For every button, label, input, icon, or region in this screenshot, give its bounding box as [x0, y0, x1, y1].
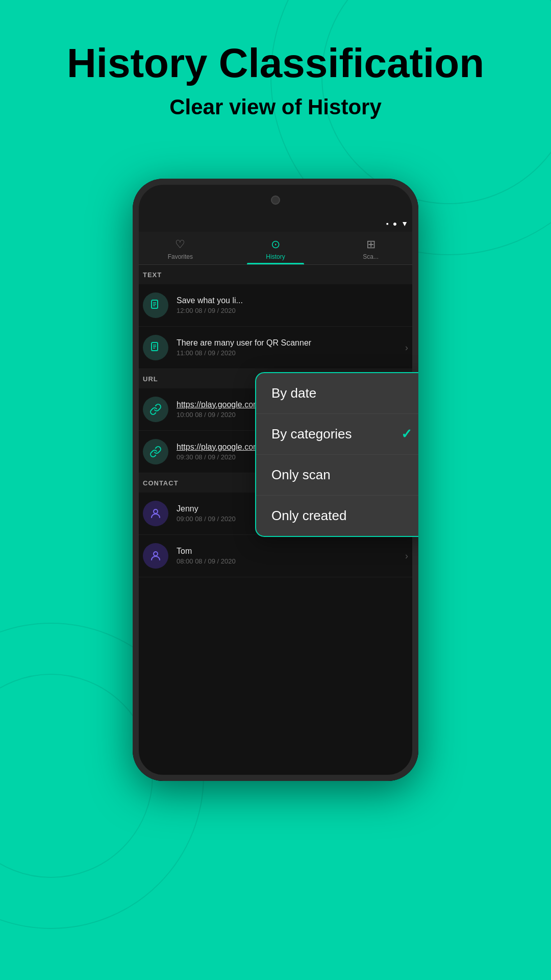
- dropdown-item-only-created[interactable]: Only created: [256, 496, 418, 536]
- tab-history[interactable]: ⊙ History: [228, 232, 323, 264]
- svg-point-8: [154, 509, 158, 513]
- item-title: There are many user for QR Scanner: [177, 338, 330, 348]
- dropdown-item-label: Only scan: [271, 467, 331, 483]
- item-subtitle: 08:00 08 / 09 / 2020: [177, 557, 397, 565]
- link-icon: [149, 446, 162, 458]
- dropdown-item-by-categories[interactable]: By categories ✓: [256, 414, 418, 455]
- dropdown-item-by-date[interactable]: By date: [256, 373, 418, 414]
- phone-mockup: ▪ ● ▼ ♡ Favorites ⊙ History ⊞ Sca... TEX…: [133, 179, 418, 781]
- tab-favorites-label: Favorites: [168, 253, 193, 260]
- tab-scan[interactable]: ⊞ Sca...: [323, 232, 418, 264]
- status-signal: ▼: [401, 219, 408, 228]
- section-contact-title: CONTACT: [143, 479, 179, 487]
- item-icon-bg: [143, 335, 168, 360]
- page-title: History Classification: [0, 41, 551, 86]
- item-icon-bg: [143, 292, 168, 318]
- item-text: Save what you li... 12:00 08 / 09 / 2020: [177, 296, 408, 314]
- section-text-header: TEXT: [133, 265, 418, 284]
- item-icon-bg: [143, 439, 168, 464]
- list-item[interactable]: Tom 08:00 08 / 09 / 2020 ›: [133, 535, 418, 577]
- status-square: ▪: [386, 219, 389, 228]
- dropdown-item-label: By categories: [271, 426, 352, 442]
- svg-point-9: [154, 552, 158, 556]
- dropdown-item-label: By date: [271, 385, 316, 401]
- tab-scan-label: Sca...: [363, 253, 379, 260]
- section-text-title: TEXT: [143, 271, 162, 279]
- header-section: History Classification Clear view of His…: [0, 41, 551, 119]
- item-text: Tom 08:00 08 / 09 / 2020: [177, 547, 397, 565]
- item-title: Tom: [177, 547, 330, 556]
- contact-icon: [149, 507, 162, 520]
- item-icon-bg: [143, 397, 168, 422]
- document-icon: [149, 299, 162, 311]
- item-subtitle: 12:00 08 / 09 / 2020: [177, 307, 408, 314]
- page-subtitle: Clear view of History: [0, 95, 551, 119]
- item-subtitle: 11:00 08 / 09 / 2020: [177, 349, 397, 357]
- chevron-right-icon: ›: [405, 551, 408, 561]
- chevron-right-icon: ›: [405, 342, 408, 353]
- item-text: There are many user for QR Scanner 11:00…: [177, 338, 397, 357]
- tab-history-label: History: [266, 253, 285, 260]
- dropdown-item-only-scan[interactable]: Only scan: [256, 455, 418, 496]
- document-icon: [149, 341, 162, 354]
- dropdown-item-label: Only created: [271, 508, 346, 524]
- checkmark-icon: ✓: [401, 426, 412, 442]
- contact-icon: [149, 550, 162, 562]
- camera: [271, 195, 280, 205]
- status-dot: ●: [393, 219, 397, 228]
- status-bar: ▪ ● ▼: [133, 215, 418, 232]
- phone-notch: [133, 185, 418, 215]
- link-icon: [149, 403, 162, 415]
- item-icon-bg: [143, 543, 168, 569]
- history-icon: ⊙: [271, 238, 280, 251]
- section-url-title: URL: [143, 375, 158, 383]
- favorites-icon: ♡: [175, 238, 185, 251]
- tab-favorites[interactable]: ♡ Favorites: [133, 232, 228, 264]
- phone-content: TEXT Save what you li... 12:00 08 / 09 /…: [133, 265, 418, 781]
- list-item[interactable]: There are many user for QR Scanner 11:00…: [133, 327, 418, 369]
- scan-icon: ⊞: [366, 238, 375, 251]
- item-title: Save what you li...: [177, 296, 330, 305]
- dropdown-menu: By date By categories ✓ Only scan Only c…: [255, 372, 418, 537]
- tab-bar: ♡ Favorites ⊙ History ⊞ Sca...: [133, 232, 418, 265]
- list-item[interactable]: Save what you li... 12:00 08 / 09 / 2020: [133, 284, 418, 327]
- item-icon-bg: [143, 501, 168, 526]
